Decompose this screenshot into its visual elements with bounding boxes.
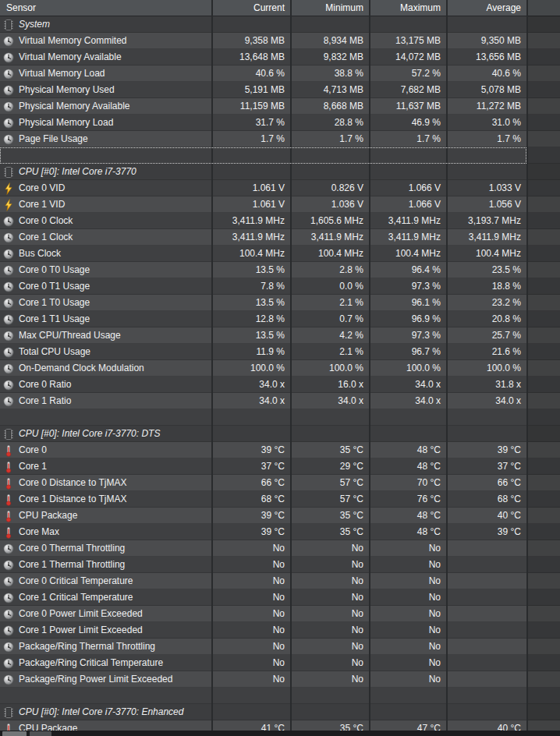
- column-header-average[interactable]: Average: [446, 0, 526, 16]
- row-right-strip: [526, 491, 560, 508]
- sensor-row[interactable]: Core 0 VID1.061 V0.826 V1.066 V1.033 V: [0, 180, 560, 196]
- section-row[interactable]: CPU [#0]: Intel Core i7-3770: Enhanced: [0, 704, 560, 720]
- sensor-row[interactable]: Core 1 VID1.061 V1.036 V1.066 V1.056 V: [0, 196, 560, 213]
- sensor-row[interactable]: Core Max39 °C35 °C48 °C39 °C: [0, 524, 560, 540]
- maximum-value-cell: No: [369, 639, 446, 655]
- maximum-value-cell: No: [369, 557, 446, 573]
- sensor-label: Core Max: [19, 524, 211, 540]
- thermometer-icon: [2, 510, 15, 522]
- sensor-row[interactable]: Virtual Memory Available13,648 MB9,832 M…: [0, 49, 560, 65]
- maximum-value-cell: [369, 409, 446, 426]
- sensor-row[interactable]: Physical Memory Used5,191 MB4,713 MB7,68…: [0, 82, 560, 98]
- sensor-row[interactable]: Page File Usage1.7 %1.7 %1.7 %1.7 %: [0, 131, 560, 147]
- sensor-row[interactable]: Core 039 °C35 °C48 °C39 °C: [0, 442, 560, 458]
- minimum-value-cell: No: [290, 671, 369, 688]
- average-value-cell: 1.056 V: [446, 196, 526, 213]
- sensor-row[interactable]: Core 1 Critical TemperatureNoNoNo: [0, 589, 560, 606]
- section-row[interactable]: System: [0, 16, 560, 33]
- minimum-value-cell: 28.8 %: [290, 115, 369, 131]
- sensor-row[interactable]: Virtual Memory Load40.6 %38.8 %57.2 %40.…: [0, 65, 560, 82]
- average-value-cell: [446, 147, 526, 164]
- sensor-cell: CPU [#0]: Intel Core i7-3770: DTS: [0, 426, 211, 442]
- gauge-icon: [2, 559, 15, 571]
- sensor-row[interactable]: Package/Ring Power Limit ExceededNoNoNo: [0, 671, 560, 688]
- sensor-label: Page File Usage: [19, 131, 211, 147]
- toolbar-button-fragment[interactable]: [30, 731, 51, 736]
- sensor-row[interactable]: Core 0 T1 Usage7.8 %0.0 %97.3 %18.8 %: [0, 278, 560, 295]
- sensor-row[interactable]: Package/Ring Critical TemperatureNoNoNo: [0, 655, 560, 671]
- minimum-value-cell: [290, 426, 369, 442]
- gauge-icon: [2, 84, 15, 97]
- row-right-strip: [526, 229, 560, 246]
- sensor-row[interactable]: Core 0 Ratio34.0 x16.0 x34.0 x31.8 x: [0, 377, 560, 393]
- gauge-icon: [2, 297, 15, 310]
- column-header-minimum[interactable]: Minimum: [290, 0, 369, 16]
- column-header-maximum[interactable]: Maximum: [369, 0, 446, 16]
- gauge-icon: [2, 133, 15, 146]
- row-right-strip: [526, 82, 560, 98]
- sensor-row[interactable]: Core 137 °C29 °C48 °C37 °C: [0, 458, 560, 475]
- sensor-row[interactable]: Virtual Memory Commited9,358 MB8,934 MB1…: [0, 33, 560, 49]
- average-value-cell: 1.033 V: [446, 180, 526, 196]
- gauge-icon: [2, 68, 15, 80]
- row-right-strip: [526, 508, 560, 524]
- minimum-value-cell: 34.0 x: [290, 393, 369, 409]
- sensor-label: Physical Memory Available: [19, 98, 211, 115]
- current-value-cell: [211, 704, 290, 720]
- sensor-row[interactable]: Core 1 T0 Usage13.5 %2.1 %96.1 %23.2 %: [0, 295, 560, 311]
- row-right-strip: [526, 147, 560, 164]
- sensor-row[interactable]: Core 0 Critical TemperatureNoNoNo: [0, 573, 560, 589]
- column-header-sensor[interactable]: Sensor: [0, 0, 211, 16]
- sensor-row[interactable]: Core 1 Distance to TjMAX68 °C57 °C76 °C6…: [0, 491, 560, 508]
- sensor-row[interactable]: Total CPU Usage11.9 %2.1 %96.7 %21.6 %: [0, 344, 560, 360]
- section-row[interactable]: CPU [#0]: Intel Core i7-3770: [0, 164, 560, 180]
- row-right-strip: [526, 360, 560, 377]
- minimum-value-cell: 2.1 %: [290, 295, 369, 311]
- sensor-row[interactable]: Core 1 Clock3,411.9 MHz3,411.9 MHz3,411.…: [0, 229, 560, 246]
- empty-row[interactable]: [0, 688, 560, 704]
- sensor-row[interactable]: Core 0 Power Limit ExceededNoNoNo: [0, 606, 560, 622]
- sensor-cell: Virtual Memory Commited: [0, 33, 211, 49]
- section-row[interactable]: CPU [#0]: Intel Core i7-3770: DTS: [0, 426, 560, 442]
- sensor-row[interactable]: Core 1 Ratio34.0 x34.0 x34.0 x34.0 x: [0, 393, 560, 409]
- sensor-row[interactable]: Core 0 Clock3,411.9 MHz1,605.6 MHz3,411.…: [0, 213, 560, 229]
- sensor-row[interactable]: Physical Memory Load31.7 %28.8 %46.9 %31…: [0, 115, 560, 131]
- sensor-row[interactable]: Package/Ring Thermal ThrottlingNoNoNo: [0, 639, 560, 655]
- sensor-row[interactable]: Core 0 Distance to TjMAX66 °C57 °C70 °C6…: [0, 475, 560, 491]
- sensor-label: Package/Ring Critical Temperature: [19, 655, 211, 671]
- current-value-cell: 13.5 %: [211, 295, 290, 311]
- sensor-row[interactable]: On-Demand Clock Modulation100.0 %100.0 %…: [0, 360, 560, 377]
- gauge-icon: [2, 248, 15, 260]
- average-value-cell: 100.4 MHz: [446, 246, 526, 262]
- gauge-icon: [2, 592, 15, 604]
- minimum-value-cell: 16.0 x: [290, 377, 369, 393]
- sensor-cell: Package/Ring Thermal Throttling: [0, 639, 211, 655]
- sensor-row[interactable]: CPU Package39 °C35 °C48 °C40 °C: [0, 508, 560, 524]
- sensor-row[interactable]: Core 1 T1 Usage12.8 %0.7 %96.9 %20.8 %: [0, 311, 560, 327]
- empty-row[interactable]: [0, 409, 560, 426]
- sensor-cell: Core 1 Distance to TjMAX: [0, 491, 211, 508]
- toolbar-button-fragment[interactable]: [2, 731, 27, 736]
- row-right-strip: [526, 622, 560, 639]
- average-value-cell: 11,272 MB: [446, 98, 526, 115]
- row-right-strip: [526, 639, 560, 655]
- empty-row[interactable]: [0, 147, 560, 164]
- maximum-value-cell: 70 °C: [369, 475, 446, 491]
- sensor-row[interactable]: Core 0 T0 Usage13.5 %2.8 %96.4 %23.5 %: [0, 262, 560, 278]
- current-value-cell: [211, 409, 290, 426]
- row-right-strip: [526, 164, 560, 180]
- row-right-strip: [526, 426, 560, 442]
- gauge-icon: [2, 641, 15, 653]
- current-value-cell: 39 °C: [211, 524, 290, 540]
- sensor-cell: [0, 409, 211, 426]
- sensor-row[interactable]: Core 1 Power Limit ExceededNoNoNo: [0, 622, 560, 639]
- sensor-row[interactable]: Core 1 Thermal ThrottlingNoNoNo: [0, 557, 560, 573]
- sensor-row[interactable]: Core 0 Thermal ThrottlingNoNoNo: [0, 540, 560, 557]
- minimum-value-cell: 100.4 MHz: [290, 246, 369, 262]
- average-value-cell: 3,193.7 MHz: [446, 213, 526, 229]
- column-header-current[interactable]: Current: [211, 0, 290, 16]
- sensor-row[interactable]: Bus Clock100.4 MHz100.4 MHz100.4 MHz100.…: [0, 246, 560, 262]
- chip-icon: [2, 19, 15, 31]
- sensor-row[interactable]: Physical Memory Available11,159 MB8,668 …: [0, 98, 560, 115]
- sensor-row[interactable]: Max CPU/Thread Usage13.5 %4.2 %97.3 %25.…: [0, 327, 560, 344]
